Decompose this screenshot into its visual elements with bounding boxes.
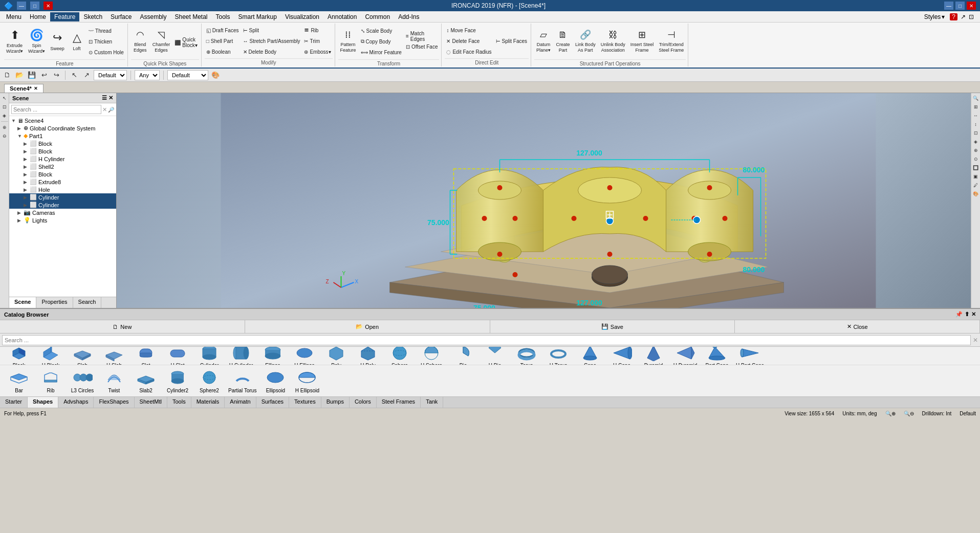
catalog-item-ellipsoid[interactable]: Ellipsoid [260,366,290,395]
tree-item-cylinder1[interactable]: ▶ ⬜ Cylinder [9,193,116,201]
chamfer-edges-btn[interactable]: ◹ ChamferEdges [150,25,172,58]
scene-search-clear[interactable]: ✕ [102,106,107,113]
tree-item-block3[interactable]: ▶ ⬜ Block [9,170,116,178]
scene-search-go[interactable]: 🔎 [108,107,114,113]
right-tool-12[interactable]: 🎨 [972,190,980,198]
left-tool-5[interactable]: ⊖ [1,132,9,140]
insert-steel-btn[interactable]: ⊞ Insert SteelFrame [628,25,656,58]
catalog-tab-materials[interactable]: Materials [191,397,225,408]
tree-item-block1[interactable]: ▶ ⬜ Block [9,140,116,147]
menu-visualization[interactable]: Visualization [281,12,323,21]
menu-home[interactable]: Home [26,12,50,21]
trim-btn[interactable]: ✂ Trim [302,36,332,46]
catalog-item-hellipse[interactable]: H Ellipse [290,347,319,365]
right-tool-1[interactable]: 🔍 [972,94,980,102]
menu-tools[interactable]: Tools [212,12,234,21]
catalog-tab-bumps[interactable]: Bumps [321,397,350,408]
tree-item-hcylinder[interactable]: ▶ ⬜ H Cylinder [9,155,116,163]
catalog-item-slab[interactable]: Slab [68,347,97,365]
catalog-search-input[interactable] [2,335,971,345]
tree-item-shell2[interactable]: ▶ ⬜ Shell2 [9,163,116,170]
left-tool-3[interactable]: ◈ [1,112,9,120]
menu-addins[interactable]: Add-Ins [394,12,423,21]
zoom-icon[interactable]: 🔍⊕ [885,411,896,416]
qa-arrow[interactable]: ↗ [81,70,92,80]
unlink-body-btn[interactable]: ⛓ Unlink BodyAssociation [599,25,627,58]
catalog-pin-icon[interactable]: 📌 [955,311,963,318]
catalog-save-btn[interactable]: 💾 Save [490,320,735,333]
copy-body-btn[interactable]: ⧉ Copy Body [359,36,403,47]
catalog-item-hblock[interactable]: H Block [36,347,66,365]
catalog-tab-tank[interactable]: Tank [421,397,443,408]
catalog-search-clear[interactable]: ✕ [973,337,978,344]
datum-plane-btn[interactable]: ▱ DatumPlane▾ [534,25,553,58]
catalog-item-htorus[interactable]: H Torus [543,347,573,365]
catalog-tab-shapes[interactable]: Shapes [28,397,58,408]
toolbar-mode-select[interactable]: Default [94,70,127,80]
catalog-new-btn[interactable]: 🗋 New [0,320,245,333]
menu-surface[interactable]: Surface [106,12,136,21]
tree-item-block2[interactable]: ▶ ⬜ Block [9,147,116,155]
right-tool-5[interactable]: ⊡ [972,129,980,137]
catalog-tab-colors[interactable]: Colors [350,397,377,408]
menu-annotation[interactable]: Annotation [323,12,361,21]
catalog-item-pyramid[interactable]: Pyramid [639,347,668,365]
right-tool-2[interactable]: ⊞ [972,103,980,111]
link-body-btn[interactable]: 🔗 Link BodyAs Part [573,25,598,58]
tree-item-lights[interactable]: ▶ 💡 Lights [9,216,116,224]
split-faces-btn[interactable]: ⊢ Split Faces [494,36,529,46]
catalog-item-partcone[interactable]: Part Cone [702,347,732,365]
catalog-item-sphere[interactable]: Sphere [385,347,415,365]
catalog-open-btn[interactable]: 📂 Open [245,320,490,333]
catalog-item-hsphere[interactable]: H Sphere [417,347,446,365]
catalog-item-hellipsoid[interactable]: H Ellipsoid [292,366,322,395]
catalog-tab-starter[interactable]: Starter [0,397,28,408]
offset-face-btn[interactable]: ⊡ Offset Face [404,42,440,52]
catalog-item-hslot[interactable]: H Slot [163,347,192,365]
catalog-item-twist[interactable]: Twist [99,366,129,395]
menu-common[interactable]: Common [361,12,394,21]
catalog-item-cylinder2[interactable]: Cylinder2 [163,366,192,395]
right-tool-9[interactable]: 🔲 [972,164,980,172]
qa-redo[interactable]: ↪ [51,70,61,80]
viewport[interactable]: 127.000 75.000 80.000 80.000 127.000 75.… [117,93,980,308]
catalog-item-block[interactable]: Block [4,347,34,365]
catalog-item-bar[interactable]: Bar [4,366,34,395]
inner-restore-btn[interactable]: □ [955,2,965,10]
catalog-item-cone[interactable]: Cone [575,347,605,365]
scene-tab-search[interactable]: Search [73,297,102,308]
catalog-tab-animatn[interactable]: Animatn [225,397,256,408]
draft-faces-btn[interactable]: ◱ Draft Faces [205,25,241,35]
toolbar-filter-select[interactable]: Any [135,70,160,80]
menu-smartmarkup[interactable]: Smart Markup [234,12,281,21]
minimize-btn[interactable]: — [17,2,26,10]
catalog-item-l3circles[interactable]: L3 Circles [68,366,97,395]
tree-item-cylinder2[interactable]: ▶ ⬜ Cylinder [9,201,116,209]
catalog-item-slab2[interactable]: Slab2 [131,366,161,395]
quick-block-btn[interactable]: ⬛ QuickBlock▾ [173,37,199,48]
blend-edges-btn[interactable]: ◠ BlendEdges [131,25,149,58]
tree-item-hole[interactable]: ▶ ⬜ Hole [9,186,116,193]
edit-face-radius-btn[interactable]: ◌ Edit Face Radius [445,47,493,57]
toolbar-style-select[interactable]: Default [167,70,208,80]
catalog-item-poly[interactable]: Poly [321,347,351,365]
scene-tab-scene[interactable]: Scene [9,297,36,308]
tree-item-cameras[interactable]: ▶ 📷 Cameras [9,209,116,216]
catalog-tab-surfaces[interactable]: Surfaces [256,397,289,408]
create-part-btn[interactable]: 🗎 CreatePart [554,25,572,58]
doc-tab-close[interactable]: ✕ [34,86,38,91]
catalog-item-rib[interactable]: Rib [36,366,66,395]
qa-select[interactable]: ↖ [69,70,79,80]
help-icon[interactable]: ? [950,13,957,20]
qa-save[interactable]: 💾 [27,70,37,80]
zoom-out-icon[interactable]: 🔍⊖ [904,411,914,416]
match-face-btn[interactable]: ≡ MatchEdges [404,31,440,41]
left-tool-1[interactable]: ↖ [1,94,9,102]
delete-body-btn[interactable]: ✕ Delete Body [242,47,302,57]
delete-face-btn[interactable]: ✕ Delete Face [445,36,493,46]
catalog-tab-steelframes[interactable]: Steel Frames [377,397,421,408]
catalog-item-cylinder[interactable]: Cylinder [194,347,224,365]
mirror-feature-btn[interactable]: ⟺ Mirror Feature [359,47,403,57]
menu-menu[interactable]: Menu [2,12,26,21]
shell-part-btn[interactable]: □ Shell Part [205,36,241,46]
